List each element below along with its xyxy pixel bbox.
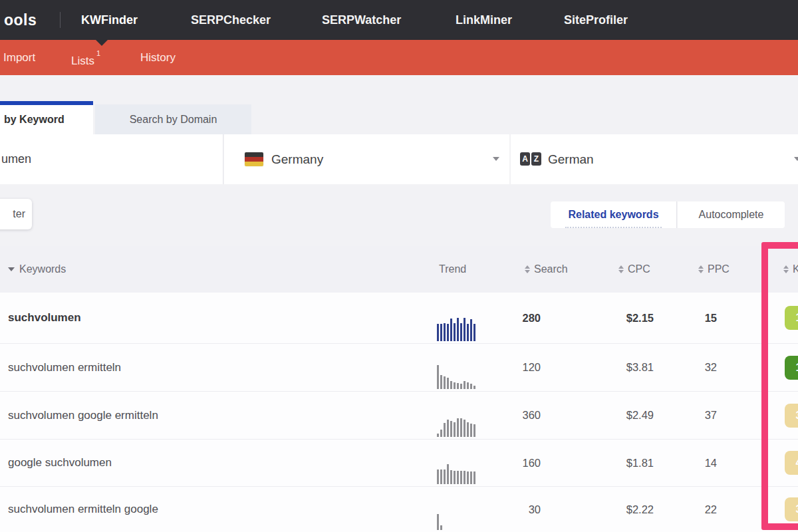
ppc-cell: 22 (644, 487, 717, 532)
keyword-cell[interactable]: suchvolumen google ermitteln (8, 392, 158, 439)
nav-item-serpchecker[interactable]: SERPChecker (191, 0, 271, 40)
nav-item-kwfinder[interactable]: KWFinder (81, 0, 138, 40)
nav-divider (60, 12, 61, 28)
germany-flag-icon (245, 152, 263, 166)
location-value: Germany (271, 134, 323, 184)
sort-icon (525, 265, 530, 273)
mangools-logo[interactable]: ools (4, 0, 37, 40)
ppc-cell: 37 (644, 392, 717, 439)
cpc-cell: $3.81 (581, 344, 654, 391)
keyword-cell[interactable]: suchvolumen ermitteln (8, 344, 121, 391)
language-value: German (548, 134, 594, 184)
chevron-down-icon (493, 157, 499, 161)
kd-score-badge[interactable]: 1 (785, 356, 798, 380)
column-header-search[interactable]: Search (525, 246, 568, 293)
tab-related-keywords[interactable]: Related keywords (551, 201, 677, 228)
column-header-ppc[interactable]: PPC (698, 246, 730, 293)
table-row[interactable]: google suchvolumen160$1.81144 (0, 439, 798, 486)
keyword-results-table: Keywords Trend Search CPC PPC K suchvolu… (0, 246, 798, 532)
chevron-down-icon (794, 157, 798, 161)
table-row[interactable]: suchvolumen google ermitteln360$2.49373 (0, 391, 798, 439)
column-header-cpc[interactable]: CPC (618, 246, 650, 293)
cpc-cell: $2.15 (581, 293, 654, 343)
keyword-search-value: umen (1, 134, 31, 184)
search-cell: 30 (467, 487, 541, 532)
kd-score-badge[interactable]: 4 (785, 451, 798, 475)
ppc-cell: 15 (644, 293, 717, 343)
cpc-cell: $2.22 (581, 487, 654, 532)
kd-score-badge[interactable]: 3 (785, 497, 798, 521)
ppc-cell: 32 (644, 344, 717, 391)
kd-score-badge[interactable]: 1 (785, 306, 798, 330)
language-dropdown[interactable]: AZ German (511, 134, 798, 184)
nav-item-serpwatcher[interactable]: SERPWatcher (322, 0, 401, 40)
search-cell: 360 (467, 392, 541, 439)
tab-search-by-domain[interactable]: Search by Domain (95, 104, 251, 134)
ppc-cell: 14 (644, 440, 717, 486)
column-header-kd[interactable]: K (783, 246, 798, 293)
search-cell: 280 (467, 293, 541, 343)
table-body: suchvolumen280$2.15151suchvolumen ermitt… (0, 293, 798, 532)
subnav-item-lists[interactable]: Lists1 (71, 40, 100, 75)
kd-score-badge[interactable]: 3 (785, 404, 798, 428)
column-header-trend: Trend (439, 246, 466, 293)
keyword-cell[interactable]: suchvolumen (8, 293, 81, 343)
tab-search-by-keyword[interactable]: by Keyword (0, 105, 93, 134)
table-row[interactable]: suchvolumen ermitteln120$3.81321 (0, 343, 798, 391)
location-dropdown[interactable]: Germany (224, 134, 509, 184)
sort-icon (698, 265, 704, 273)
sub-navigation-bar: Import Lists1 History (0, 40, 798, 75)
lists-count-badge: 1 (96, 49, 100, 57)
table-row[interactable]: suchvolumen ermitteln google30$2.22223 (0, 486, 798, 532)
nav-item-linkminer[interactable]: LinkMiner (456, 0, 512, 40)
sort-icon (783, 265, 789, 273)
table-header-row: Keywords Trend Search CPC PPC K (0, 246, 798, 293)
column-header-keywords[interactable]: Keywords (8, 246, 66, 293)
table-row[interactable]: suchvolumen280$2.15151 (0, 293, 798, 343)
subnav-item-history[interactable]: History (140, 40, 176, 75)
translate-az-icon: AZ (520, 152, 543, 166)
top-navigation-bar: ools KWFinder SERPChecker SERPWatcher Li… (0, 0, 798, 40)
filter-button[interactable]: ter (0, 199, 32, 229)
search-cell: 120 (467, 344, 541, 391)
tab-autocomplete[interactable]: Autocomplete (678, 201, 785, 228)
cpc-cell: $2.49 (581, 392, 654, 439)
sort-icon (618, 265, 624, 273)
keyword-search-input[interactable]: umen (0, 134, 223, 184)
subnav-item-import[interactable]: Import (3, 40, 35, 75)
chevron-down-icon (8, 267, 15, 271)
cpc-cell: $1.81 (581, 440, 654, 486)
keyword-cell[interactable]: suchvolumen ermitteln google (8, 487, 158, 532)
nav-item-siteprofiler[interactable]: SiteProfiler (564, 0, 628, 40)
keyword-cell[interactable]: google suchvolumen (8, 440, 112, 486)
search-cell: 160 (467, 440, 541, 486)
